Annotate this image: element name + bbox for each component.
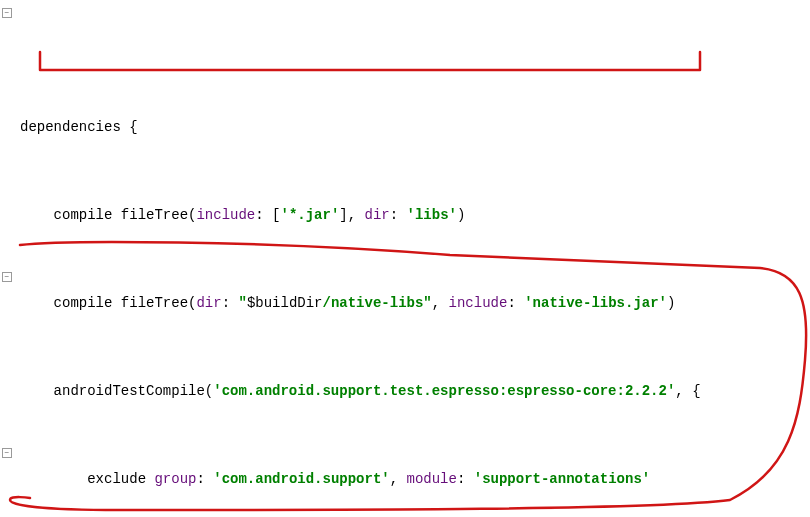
punct: ( xyxy=(205,383,213,399)
code-line[interactable]: compile fileTree(include: ['*.jar'], dir… xyxy=(4,204,810,226)
code-line[interactable]: exclude group: 'com.android.support', mo… xyxy=(4,468,810,490)
fold-icon[interactable]: − xyxy=(2,8,12,18)
string: 'libs' xyxy=(407,207,457,223)
punct: ] xyxy=(339,207,347,223)
string: '*.jar' xyxy=(280,207,339,223)
punct: : xyxy=(196,471,204,487)
brace-open: { xyxy=(129,119,137,135)
punct: ) xyxy=(457,207,465,223)
interp: $buildDir xyxy=(247,295,323,311)
param: group xyxy=(154,471,196,487)
string: 'com.android.support' xyxy=(213,471,389,487)
code-line[interactable]: compile fileTree(dir: "$buildDir/native-… xyxy=(4,292,810,314)
fold-icon[interactable]: − xyxy=(2,272,12,282)
ident: compile xyxy=(54,295,113,311)
string: 'support-annotations' xyxy=(474,471,650,487)
param: dir xyxy=(196,295,221,311)
ident: dependencies xyxy=(20,119,121,135)
punct: { xyxy=(692,383,700,399)
ident: fileTree xyxy=(121,207,188,223)
ident: exclude xyxy=(87,471,146,487)
punct: : xyxy=(222,295,230,311)
string: 'com.android.support.test.espresso:espre… xyxy=(213,383,675,399)
ident: androidTestCompile xyxy=(54,383,205,399)
punct: , xyxy=(432,295,440,311)
fold-icon[interactable]: − xyxy=(2,448,12,458)
ident: fileTree xyxy=(121,295,188,311)
punct: ) xyxy=(667,295,675,311)
punct: : xyxy=(390,207,398,223)
string: 'native-libs.jar' xyxy=(524,295,667,311)
code-line[interactable]: dependencies { xyxy=(4,116,810,138)
punct: : xyxy=(507,295,515,311)
string: " xyxy=(238,295,246,311)
punct: , xyxy=(675,383,683,399)
string: /native-libs xyxy=(323,295,424,311)
ident: compile xyxy=(54,207,113,223)
punct: , xyxy=(390,471,398,487)
code-editor[interactable]: − − − dependencies { compile fileTree(in… xyxy=(0,0,810,517)
code-line[interactable]: androidTestCompile('com.android.support.… xyxy=(4,380,810,402)
punct: , xyxy=(348,207,356,223)
param: dir xyxy=(365,207,390,223)
param: module xyxy=(407,471,457,487)
string: " xyxy=(423,295,431,311)
gutter: − − − xyxy=(0,0,14,517)
param: include xyxy=(449,295,508,311)
punct: : xyxy=(255,207,263,223)
param: include xyxy=(196,207,255,223)
